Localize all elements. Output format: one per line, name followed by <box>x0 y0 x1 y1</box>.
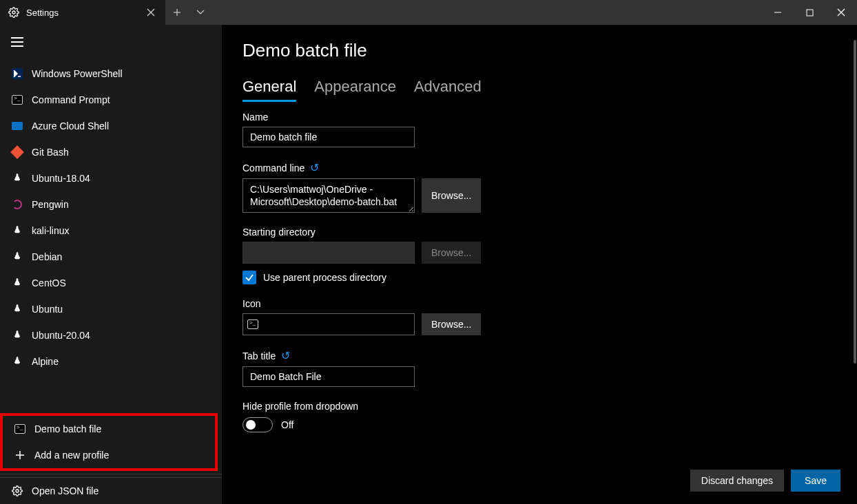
tab-close-button[interactable] <box>145 6 157 19</box>
sidebar-item-label: Azure Cloud Shell <box>32 120 109 132</box>
sidebar-item-6[interactable]: kali-linux <box>0 218 222 244</box>
hide-profile-state: Off <box>281 419 293 430</box>
use-parent-directory-label: Use parent process directory <box>263 272 386 283</box>
scrollbar-track <box>853 25 857 410</box>
linux-icon <box>11 172 23 185</box>
cmd-icon <box>247 319 258 329</box>
starting-directory-label: Starting directory <box>242 227 836 238</box>
sidebar-item-label: Demo batch file <box>34 423 101 434</box>
tab-title-label: Tab title <box>242 350 276 361</box>
content-pane: Demo batch file General Appearance Advan… <box>222 25 857 504</box>
svg-point-11 <box>16 490 19 492</box>
hamburger-button[interactable] <box>0 29 222 55</box>
pengwin-icon <box>11 198 23 211</box>
cmd-icon <box>11 94 23 106</box>
tab-label: Settings <box>26 8 138 18</box>
browse-icon-button[interactable]: Browse... <box>422 313 481 335</box>
sidebar-item-label: Ubuntu-18.04 <box>32 173 90 184</box>
sidebar-item-label: Ubuntu <box>32 304 63 315</box>
browse-command-line-button[interactable]: Browse... <box>422 178 481 213</box>
sidebar-item-label: Command Prompt <box>32 94 110 105</box>
sidebar-item-label: Git Bash <box>32 147 69 158</box>
svg-rect-6 <box>807 10 813 16</box>
gear-icon <box>11 485 23 497</box>
hide-profile-label: Hide profile from dropdown <box>242 401 836 412</box>
save-button[interactable]: Save <box>791 470 840 492</box>
icon-input[interactable] <box>242 313 415 335</box>
reset-tab-title-icon[interactable]: ↺ <box>281 349 290 362</box>
settings-gear-icon <box>8 7 19 18</box>
new-tab-button[interactable] <box>165 0 189 25</box>
window-controls <box>762 0 857 25</box>
content-tabs: General Appearance Advanced <box>242 78 836 102</box>
sidebar-item-label: Open JSON file <box>32 485 99 496</box>
plus-icon <box>14 449 26 461</box>
linux-icon <box>11 277 23 289</box>
close-window-button[interactable] <box>825 0 857 25</box>
sidebar-item-label: Alpine <box>32 356 59 367</box>
tab-appearance[interactable]: Appearance <box>314 78 396 102</box>
linux-icon <box>11 251 23 263</box>
use-parent-directory-checkbox[interactable] <box>242 271 256 284</box>
sidebar: Windows PowerShellCommand PromptAzure Cl… <box>0 25 222 504</box>
azure-icon <box>11 120 23 132</box>
sidebar-item-label: Debian <box>32 251 62 262</box>
starting-directory-input <box>242 242 415 264</box>
sidebar-item-7[interactable]: Debian <box>0 244 222 270</box>
sidebar-item-3[interactable]: Git Bash <box>0 139 222 165</box>
hide-profile-toggle[interactable] <box>242 417 273 432</box>
sidebar-item-10[interactable]: Ubuntu-20.04 <box>0 322 222 348</box>
name-input[interactable] <box>242 127 415 147</box>
browse-starting-directory-button: Browse... <box>422 242 481 264</box>
titlebar: Settings <box>0 0 857 25</box>
footer-buttons: Discard changes Save <box>690 470 840 492</box>
linux-icon <box>11 303 23 315</box>
sidebar-item-9[interactable]: Ubuntu <box>0 296 222 322</box>
sidebar-item-label: Ubuntu-20.04 <box>32 330 90 341</box>
hamburger-icon <box>11 37 23 47</box>
tab-title-input[interactable] <box>242 366 415 387</box>
sidebar-item-label: kali-linux <box>32 225 69 236</box>
git-icon <box>11 146 23 158</box>
sidebar-highlight-item-0[interactable]: Demo batch file <box>3 416 215 442</box>
linux-icon <box>11 355 23 368</box>
command-line-label: Command line <box>242 162 304 174</box>
discard-changes-button[interactable]: Discard changes <box>690 470 784 492</box>
sidebar-highlight-item-1[interactable]: Add a new profile <box>3 442 215 468</box>
reset-command-line-icon[interactable]: ↺ <box>310 161 319 174</box>
linux-icon <box>11 224 23 237</box>
sidebar-item-5[interactable]: Pengwin <box>0 191 222 218</box>
tab-advanced[interactable]: Advanced <box>414 78 482 102</box>
cmd-icon <box>14 423 26 435</box>
sidebar-item-label: Pengwin <box>32 199 69 210</box>
sidebar-item-label: Add a new profile <box>34 450 109 461</box>
sidebar-item-8[interactable]: CentOS <box>0 270 222 296</box>
page-title: Demo batch file <box>242 40 836 61</box>
maximize-button[interactable] <box>794 0 825 25</box>
tab-dropdown-button[interactable] <box>189 0 212 25</box>
sidebar-item-4[interactable]: Ubuntu-18.04 <box>0 165 222 191</box>
svg-point-0 <box>12 11 15 14</box>
linux-icon <box>11 329 23 342</box>
sidebar-item-label: CentOS <box>32 277 66 288</box>
icon-label: Icon <box>242 298 836 309</box>
tab-settings[interactable]: Settings <box>0 0 165 25</box>
name-label: Name <box>242 112 836 123</box>
scrollbar-thumb[interactable] <box>854 40 856 364</box>
tab-general[interactable]: General <box>242 78 296 102</box>
sidebar-item-1[interactable]: Command Prompt <box>0 87 222 113</box>
command-line-input[interactable] <box>242 178 415 213</box>
highlighted-profiles: Demo batch fileAdd a new profile <box>0 413 218 471</box>
sidebar-item-label: Windows PowerShell <box>32 68 123 79</box>
sidebar-open-json[interactable]: Open JSON file <box>0 478 222 504</box>
sidebar-item-11[interactable]: Alpine <box>0 348 222 375</box>
minimize-button[interactable] <box>762 0 794 25</box>
sidebar-item-0[interactable]: Windows PowerShell <box>0 61 222 87</box>
sidebar-item-2[interactable]: Azure Cloud Shell <box>0 113 222 139</box>
powershell-icon <box>11 67 23 80</box>
